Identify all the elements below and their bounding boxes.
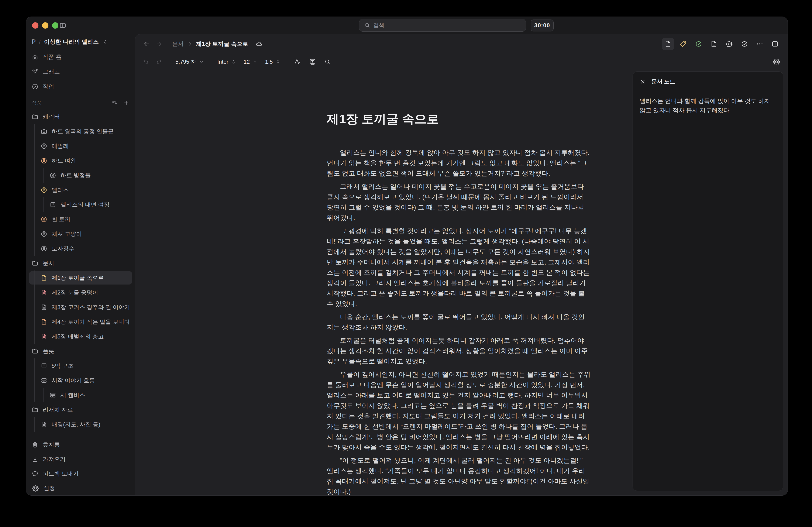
doc-lines-icon[interactable] — [708, 38, 720, 50]
check-circle-icon[interactable] — [738, 38, 751, 50]
tree-item[interactable]: 제3장 코커스 경주와 긴 이야기 — [26, 300, 135, 314]
tree-item[interactable]: 제4장 토끼가 작은 빌을 보내다 — [26, 314, 135, 329]
notes-panel-header: 문서 노트 — [633, 72, 783, 85]
tree-guide — [34, 212, 34, 226]
tree-item[interactable]: 시작 이야기 흐름 — [26, 373, 135, 388]
tree-item[interactable]: 리서치 자료 — [26, 402, 135, 417]
tree-guide — [34, 329, 34, 344]
tree-item[interactable]: 하트 왕국의 궁정 인물군 — [26, 124, 135, 138]
tree-guide — [34, 270, 34, 285]
notes-panel-body[interactable]: 앨리스는 언니와 함께 강둑에 앉아 아무 것도 하지 않고 있자니 점차 몹시… — [633, 97, 783, 115]
fullscreen-window-button[interactable] — [52, 22, 58, 29]
sidebar-item-trash[interactable]: 휴지통 — [26, 438, 135, 452]
folder-icon — [32, 406, 39, 413]
columns-icon[interactable] — [769, 38, 781, 50]
tree-item[interactable]: 제5장 애벌레의 충고 — [26, 329, 135, 344]
doc-icon — [41, 289, 47, 296]
works-section-header: 작품 — [26, 96, 135, 109]
gear-icon[interactable] — [723, 38, 735, 50]
tree-item[interactable]: 애벌레 — [26, 138, 135, 153]
back-button[interactable] — [143, 40, 150, 47]
tree-item-label: 하트 병정들 — [60, 172, 91, 179]
doc-paragraph[interactable]: 다음 순간, 앨리스는 토끼를 쫓아 굴로 뛰어들고 있었다. 어떻게 다시 빠… — [327, 312, 591, 333]
breadcrumb-current[interactable]: 제1장 토끼굴 속으로 — [196, 40, 248, 48]
tree-item[interactable]: 모자장수 — [26, 241, 135, 256]
tag-icon[interactable] — [677, 38, 690, 50]
tree-item[interactable]: 문서 — [26, 256, 135, 270]
search-input[interactable]: 검색 — [359, 19, 526, 32]
tree-item[interactable]: 앨리스 — [26, 182, 135, 197]
word-count-dropdown[interactable]: 5,795 자 — [175, 58, 204, 65]
doc-paragraph[interactable]: 그 광경에 딱히 특별할 것이라고는 없었다. 심지어 토끼가 “에구구! 에구… — [327, 226, 591, 309]
check-circle-icon[interactable] — [693, 38, 705, 50]
tree-guide — [34, 417, 34, 432]
sidebar-item-feedback[interactable]: 피드백 보내기 — [26, 467, 135, 481]
line-spacing-value: 1.5 — [265, 59, 273, 65]
tree-guide — [43, 168, 44, 182]
sidebar-item-tasks[interactable]: 작업 — [26, 79, 135, 94]
doc-paragraph[interactable]: “이 정도로 떨어져 봤으니, 이제 계단에서 굴러 떨어지는 건 아무 것도 … — [327, 455, 591, 495]
close-window-button[interactable] — [32, 22, 39, 29]
tree-item[interactable]: 배경(지도, 사진 등) — [26, 417, 135, 432]
tree-item[interactable]: 하트 병정들 — [26, 168, 135, 182]
workspace-switcher[interactable]: P / 이상한 나라의 앨리스 — [26, 34, 135, 49]
tree-item-selected[interactable]: 제1장 토끼굴 속으로 — [26, 270, 135, 285]
chevrons-up-down-icon — [103, 39, 108, 45]
sidebar-toggle-icon[interactable] — [59, 22, 67, 29]
tree-item[interactable]: 캐릭터 — [26, 109, 135, 124]
spellcheck-icon[interactable] — [294, 58, 301, 65]
workspace-title: 이상한 나라의 앨리스 — [44, 38, 99, 46]
tree-item[interactable]: 플롯 — [26, 344, 135, 358]
tree-item-label: 앨리스 — [52, 186, 69, 194]
document-title[interactable]: 제1장 토끼굴 속으로 — [327, 70, 591, 127]
search-placeholder: 검색 — [373, 21, 385, 29]
sidebar-item-graph[interactable]: 그래프 — [26, 64, 135, 79]
font-size-value: 12 — [244, 59, 250, 65]
tree-item-label: 리서치 자료 — [43, 406, 73, 414]
sidebar-item-project-home[interactable]: 작품 홈 — [26, 49, 135, 64]
undo-button[interactable] — [143, 58, 149, 65]
minimize-window-button[interactable] — [42, 22, 48, 29]
tree-item[interactable]: 새 캔버스 — [26, 388, 135, 402]
chevron-right-icon — [187, 41, 193, 47]
tree-item[interactable]: 제2장 눈물 웅덩이 — [26, 285, 135, 300]
line-spacing-stepper[interactable]: 1.5 — [265, 59, 281, 65]
search-icon — [364, 22, 370, 28]
chevrons-up-down-icon — [231, 59, 236, 64]
font-size-dropdown[interactable]: 12 — [244, 59, 258, 65]
redo-button[interactable] — [156, 58, 162, 65]
tree-guide — [34, 168, 34, 182]
doc-paragraph[interactable]: 그래서 앨리스는 일어나 데이지 꽃을 꺾는 수고로움이 데이지 꽃을 엮는 즐… — [327, 181, 591, 223]
close-icon[interactable] — [640, 78, 646, 85]
doc-icon — [41, 333, 47, 340]
board-icon — [41, 363, 47, 369]
tree-item[interactable]: 흰 토끼 — [26, 212, 135, 226]
sidebar-item-label: 가져오기 — [43, 455, 66, 463]
ellipsis-icon[interactable] — [754, 38, 766, 50]
forward-button[interactable] — [156, 40, 163, 47]
tree-item-label: 모자장수 — [52, 245, 74, 252]
tree-item[interactable]: 5막 구조 — [26, 358, 135, 373]
typography-icon[interactable] — [309, 58, 316, 65]
tree-item[interactable]: 체셔 고양이 — [26, 226, 135, 241]
sort-icon[interactable] — [111, 100, 118, 106]
doc-icon — [41, 275, 47, 281]
person-icon — [41, 143, 47, 149]
tree-item-label: 제3장 코커스 경주와 긴 이야기 — [52, 304, 130, 311]
breadcrumb-parent[interactable]: 문서 — [172, 40, 184, 48]
doc-paragraph[interactable]: 앨리스는 언니와 함께 강둑에 앉아 아무 것도 하지 않고 있자니 점차 몹시… — [327, 147, 591, 179]
page-icon[interactable] — [662, 38, 674, 50]
tree-item[interactable]: 앨리스의 내면 여정 — [26, 197, 135, 212]
add-item-icon[interactable] — [123, 100, 130, 106]
find-in-document-icon[interactable] — [324, 59, 331, 65]
editor-settings-icon[interactable] — [773, 58, 780, 65]
session-timer[interactable]: 30:00 — [531, 19, 554, 31]
tree-item-label: 5막 구조 — [52, 362, 74, 370]
tree-guide — [34, 314, 34, 329]
font-family-stepper[interactable]: Inter — [217, 59, 236, 65]
sidebar-item-settings[interactable]: 설정 — [26, 481, 135, 495]
sidebar-item-import[interactable]: 가져오기 — [26, 452, 135, 467]
tree-item[interactable]: 하트 여왕 — [26, 153, 135, 168]
doc-paragraph[interactable]: 우물이 깊어서인지, 아니면 천천히 떨어지고 있었기 때문인지는 몰라도 앨리… — [327, 369, 591, 453]
doc-paragraph[interactable]: 토끼굴은 터널처럼 곧게 이어지는듯 하더니 갑자기 아래로 푹 꺼져버렸다. … — [327, 335, 591, 366]
